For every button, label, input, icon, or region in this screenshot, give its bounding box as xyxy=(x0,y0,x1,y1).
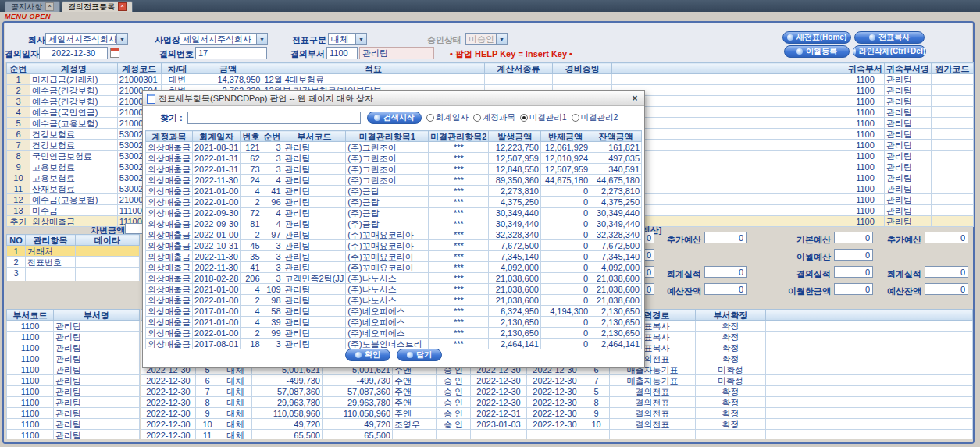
cell[interactable]: 확정 xyxy=(696,408,766,419)
cell[interactable]: 외상매출금 xyxy=(146,240,193,251)
cell[interactable]: 3 xyxy=(262,273,283,284)
cell[interactable] xyxy=(76,278,140,282)
cell[interactable]: 관리팀 xyxy=(283,306,346,317)
cell[interactable]: 3 xyxy=(262,142,283,153)
cell[interactable]: 0 xyxy=(540,262,590,273)
cell[interactable]: 62 xyxy=(241,153,262,164)
cell[interactable]: 2 xyxy=(7,85,30,96)
cell[interactable]: (주)나노시스 xyxy=(346,295,429,306)
open-item-row[interactable]: 외상매출금2018-02-282063고객만족2팀(JJ(주)나노시스***21… xyxy=(146,273,642,284)
cell[interactable]: 관리팀 xyxy=(283,175,346,186)
cell[interactable]: 10 xyxy=(196,419,219,430)
cell[interactable]: 미확정 xyxy=(696,364,766,375)
management-item-row[interactable]: 1거래처 xyxy=(7,246,140,257)
cell[interactable]: 4 xyxy=(7,107,30,118)
cell[interactable]: 2022-12-30 xyxy=(141,408,196,419)
cell[interactable]: 49,720 xyxy=(252,419,323,430)
cell[interactable]: 예수금(건강보험) xyxy=(30,96,117,107)
cell[interactable]: 7,672,500 xyxy=(590,240,642,251)
cell[interactable]: 1100 xyxy=(7,397,54,408)
cell[interactable]: 12 xyxy=(7,194,30,205)
cell[interactable]: 1100 xyxy=(7,353,54,364)
cell[interactable]: 대변 xyxy=(161,74,194,85)
cell[interactable] xyxy=(437,430,471,440)
cell[interactable]: 30,349,440 xyxy=(489,208,540,218)
cell[interactable]: 29,963,780 xyxy=(252,397,323,408)
voucher-row[interactable]: 2022-12-308대체29,963,78029,963,780주앤승 인20… xyxy=(141,397,973,408)
tab-voucher-entry[interactable]: 결의전표등록 × xyxy=(62,1,133,12)
cell[interactable]: *** xyxy=(429,328,489,339)
radio-open-mgmt2[interactable]: 미결관리2 xyxy=(572,112,618,123)
cell[interactable]: 주앤 xyxy=(393,408,437,419)
copy-voucher-button[interactable]: 전표복사 xyxy=(854,31,925,44)
department-row[interactable]: 1100관리팀 xyxy=(7,364,140,375)
cell[interactable]: *** xyxy=(429,295,489,306)
cell[interactable]: 관리팀 xyxy=(283,251,346,262)
cell[interactable]: 1100 xyxy=(846,96,884,107)
management-item-row[interactable]: 3 xyxy=(7,268,140,278)
delete-line-button[interactable]: 라인삭제(Ctrl+Del) xyxy=(853,45,926,58)
cell[interactable]: 49,720 xyxy=(323,419,393,430)
approval-status-combo[interactable]: 미승인 ▼ xyxy=(465,33,508,45)
cell[interactable]: 8 xyxy=(583,397,610,408)
cell[interactable]: 2022-01-31 xyxy=(193,153,241,164)
tab-close-icon[interactable]: × xyxy=(118,2,127,11)
cell[interactable]: 1100 xyxy=(7,419,54,430)
cell[interactable]: 2022-12-30 xyxy=(527,408,583,419)
cell[interactable]: 44,675,180 xyxy=(590,175,642,186)
search-button[interactable]: 검색시작 xyxy=(367,112,422,124)
cell[interactable]: 2,464,141 xyxy=(590,339,642,349)
open-item-row[interactable]: 외상매출금2022-01-00297관리팀(주)꼬매요코리아***32,328,… xyxy=(146,229,642,240)
cell[interactable]: 0 xyxy=(540,240,590,251)
cell[interactable]: 매출자동기표 xyxy=(610,375,696,386)
cell[interactable]: 외상매출금 xyxy=(146,197,193,208)
cell[interactable]: 관리팀 xyxy=(884,74,931,85)
cell[interactable] xyxy=(527,430,583,440)
voucher-row[interactable]: 2022-12-306대체-499,730-499,730주앤승 인2022-1… xyxy=(141,375,973,386)
cell[interactable]: 승 인 xyxy=(437,397,471,408)
cell[interactable]: 2017-01-00 xyxy=(193,306,241,317)
cell[interactable]: 미지급금(거래처) xyxy=(30,74,117,85)
cell[interactable]: 대체 xyxy=(219,397,252,408)
cell[interactable] xyxy=(76,246,140,257)
budget-remaining-input[interactable] xyxy=(925,283,968,295)
cell[interactable]: 관리팀 xyxy=(54,353,140,364)
cell[interactable]: (주)네오피에스 xyxy=(346,317,429,328)
cell[interactable]: 10 xyxy=(7,172,30,183)
cell[interactable]: 관리팀 xyxy=(884,107,931,118)
cell[interactable]: 2022-01-00 xyxy=(193,328,241,339)
cell[interactable]: 2022-09-30 xyxy=(193,208,241,218)
department-row[interactable]: 1100관리팀 xyxy=(7,419,140,430)
cell[interactable]: 98 xyxy=(262,295,283,306)
chevron-down-icon[interactable]: ▼ xyxy=(116,34,127,44)
cell[interactable]: 0 xyxy=(540,251,590,262)
cell[interactable]: 21,038,600 xyxy=(489,295,540,306)
cell[interactable]: 32,328,340 xyxy=(489,229,540,240)
cell[interactable]: 2022-01-00 xyxy=(193,295,241,306)
cell[interactable]: 2018-02-28 xyxy=(193,273,241,284)
cell[interactable]: 외상매출금 xyxy=(146,229,193,240)
cell[interactable]: 4,092,000 xyxy=(489,262,540,273)
cell[interactable]: 6,324,950 xyxy=(489,306,540,317)
voucher-type-combo[interactable]: 대체 ▼ xyxy=(328,33,367,45)
search-input[interactable] xyxy=(187,112,361,124)
cell[interactable]: 5 xyxy=(583,386,610,397)
tab-close-icon[interactable]: × xyxy=(45,2,54,11)
cell[interactable]: (주)꼬매요코리아 xyxy=(346,240,429,251)
budget-basic-input[interactable] xyxy=(834,232,873,243)
cell[interactable]: *** xyxy=(429,251,489,262)
tab-notice[interactable]: 공지사항 × xyxy=(5,1,60,12)
open-item-row[interactable]: 외상매출금2017-01-00458관리팀(주)네오피에스***6,324,95… xyxy=(146,306,642,317)
budget-left-add-input[interactable] xyxy=(704,232,747,243)
close-button[interactable]: 닫기 xyxy=(397,349,442,361)
cell[interactable]: 관리팀 xyxy=(283,229,346,240)
cell[interactable]: 12,848,550 xyxy=(489,164,540,175)
cell[interactable]: 65,500 xyxy=(252,430,323,440)
cell[interactable] xyxy=(766,408,973,419)
management-item-row[interactable] xyxy=(7,278,140,282)
cell[interactable] xyxy=(766,332,973,342)
cell[interactable]: 65,500 xyxy=(323,430,393,440)
cell[interactable]: 관리팀 xyxy=(283,218,346,229)
cell[interactable]: 관리팀 xyxy=(283,328,346,339)
cell[interactable]: 주앤 xyxy=(393,375,437,386)
